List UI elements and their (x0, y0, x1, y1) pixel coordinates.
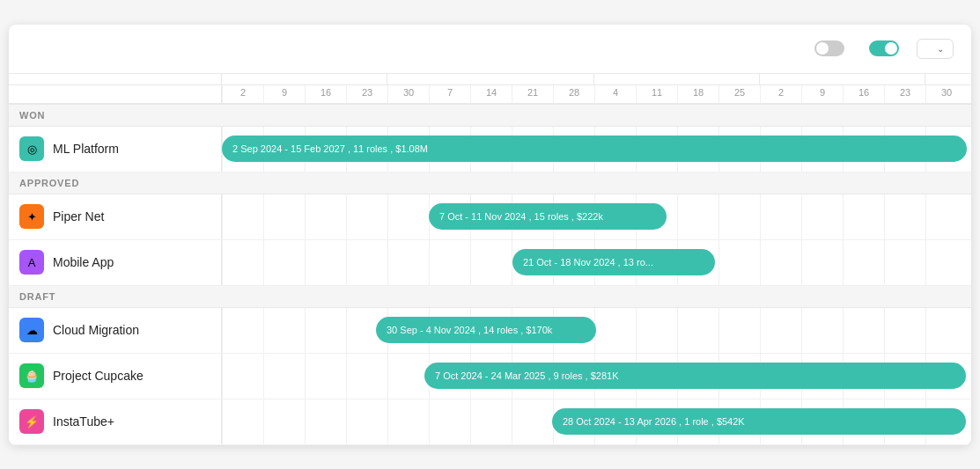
gantt-bar-text: 7 Oct - 11 Nov 2024 , 15 roles , $222k (439, 211, 603, 222)
project-row: ⚡InstaTube+28 Oct 2024 - 13 Apr 2026 , 1… (9, 399, 971, 445)
date-header-row: 291623307142128411182529162330 (9, 85, 971, 105)
project-cell: AMobile App (9, 240, 222, 285)
chevron-down-icon: ⌄ (937, 44, 944, 54)
date-header: 9 (801, 85, 843, 103)
project-icon: 🧁 (19, 363, 44, 388)
gantt-area: 2 Sep 2024 - 15 Feb 2027 , 11 roles , $1… (222, 127, 971, 172)
project-row: ✦Piper Net7 Oct - 11 Nov 2024 , 15 roles… (9, 194, 971, 240)
section-label: DRAFT (9, 286, 971, 307)
gantt-bar-text: 7 Oct 2024 - 24 Mar 2025 , 9 roles , $28… (435, 370, 619, 381)
gantt-bar-text: 21 Oct - 18 Nov 2024 , 13 ro... (523, 257, 653, 267)
project-name: ML Platform (53, 142, 119, 156)
date-header: 9 (263, 85, 305, 103)
date-header: 23 (346, 85, 387, 103)
month-oct (387, 74, 594, 84)
show-recent-toggle[interactable] (869, 40, 899, 56)
section-label: APPROVED (9, 172, 971, 194)
date-header: 25 (718, 85, 760, 103)
gantt-area: 21 Oct - 18 Nov 2024 , 13 ro... (222, 240, 971, 285)
project-name: Piper Net (53, 209, 104, 224)
phases-toggle[interactable] (814, 40, 844, 56)
month-jan (925, 74, 971, 84)
timeline-wrapper: 291623307142128411182529162330 WON◎ML Pl… (9, 74, 971, 445)
date-header: 14 (470, 85, 512, 103)
month-header-row (9, 74, 971, 85)
phases-toggle-group (807, 40, 844, 56)
gantt-area: 30 Sep - 4 Nov 2024 , 14 roles , $170k (222, 308, 971, 353)
project-row: ☁Cloud Migration30 Sep - 4 Nov 2024 , 14… (9, 308, 971, 354)
project-cell: ⚡InstaTube+ (9, 399, 222, 444)
date-header: 21 (512, 85, 553, 103)
project-name: InstaTube+ (53, 414, 114, 429)
month-sep (222, 74, 387, 84)
project-name: Cloud Migration (53, 323, 139, 337)
date-header: 7 (429, 85, 470, 103)
project-cell: 🧁Project Cupcake (9, 354, 222, 399)
project-row: 🧁Project Cupcake7 Oct 2024 - 24 Mar 2025… (9, 354, 971, 399)
gantt-bar-text: 2 Sep 2024 - 15 Feb 2027 , 11 roles , $1… (232, 143, 428, 154)
month-dec (760, 74, 925, 84)
project-row: ◎ML Platform2 Sep 2024 - 15 Feb 2027 , 1… (9, 127, 971, 172)
month-nov (594, 74, 760, 84)
project-icon: A (19, 250, 44, 275)
gantt-bar[interactable]: 7 Oct 2024 - 24 Mar 2025 , 9 roles , $28… (424, 363, 966, 389)
project-icon: ☁ (19, 318, 44, 342)
gantt-bar[interactable]: 7 Oct - 11 Nov 2024 , 15 roles , $222k (429, 203, 667, 230)
schedule-container: ⌄ (9, 25, 971, 445)
sort-by-button[interactable]: ⌄ (917, 39, 954, 59)
date-header: 28 (553, 85, 594, 103)
section-label: WON (9, 105, 971, 126)
gantt-area: 7 Oct 2024 - 24 Mar 2025 , 9 roles , $28… (222, 354, 971, 399)
project-icon: ◎ (19, 136, 44, 161)
header: ⌄ (9, 25, 971, 74)
gantt-bar[interactable]: 21 Oct - 18 Nov 2024 , 13 ro... (512, 249, 715, 275)
gantt-bar-text: 28 Oct 2024 - 13 Apr 2026 , 1 role , $54… (563, 416, 745, 427)
show-recent-toggle-group (862, 40, 899, 56)
project-name: Project Cupcake (53, 369, 144, 383)
project-cell: ◎ML Platform (9, 127, 222, 172)
date-header: 4 (594, 85, 636, 103)
project-cell: ✦Piper Net (9, 194, 222, 239)
date-header: 16 (305, 85, 346, 103)
date-header: 18 (677, 85, 718, 103)
date-header: 2 (760, 85, 801, 103)
date-header: 16 (843, 85, 884, 103)
project-name: Mobile App (53, 255, 114, 269)
date-header: 30 (387, 85, 429, 103)
gantt-bar[interactable]: 30 Sep - 4 Nov 2024 , 14 roles , $170k (376, 317, 596, 343)
section-row: DRAFT (9, 286, 971, 308)
section-row: WON (9, 105, 971, 127)
header-controls: ⌄ (807, 39, 954, 59)
gantt-bar[interactable]: 28 Oct 2024 - 13 Apr 2026 , 1 role , $54… (552, 408, 966, 435)
gantt-area: 28 Oct 2024 - 13 Apr 2026 , 1 role , $54… (222, 399, 971, 444)
project-cell: ☁Cloud Migration (9, 308, 222, 353)
gantt-bar[interactable]: 2 Sep 2024 - 15 Feb 2027 , 11 roles , $1… (222, 136, 967, 162)
gantt-area: 7 Oct - 11 Nov 2024 , 15 roles , $222k (222, 194, 971, 239)
date-header: 2 (222, 85, 263, 103)
gantt-bar-text: 30 Sep - 4 Nov 2024 , 14 roles , $170k (387, 325, 552, 335)
project-icon: ⚡ (19, 409, 44, 434)
project-row: AMobile App21 Oct - 18 Nov 2024 , 13 ro.… (9, 240, 971, 286)
date-header: 23 (884, 85, 925, 103)
date-header: 11 (636, 85, 677, 103)
project-icon: ✦ (19, 204, 44, 229)
section-row: APPROVED (9, 172, 971, 194)
date-header: 30 (925, 85, 967, 103)
